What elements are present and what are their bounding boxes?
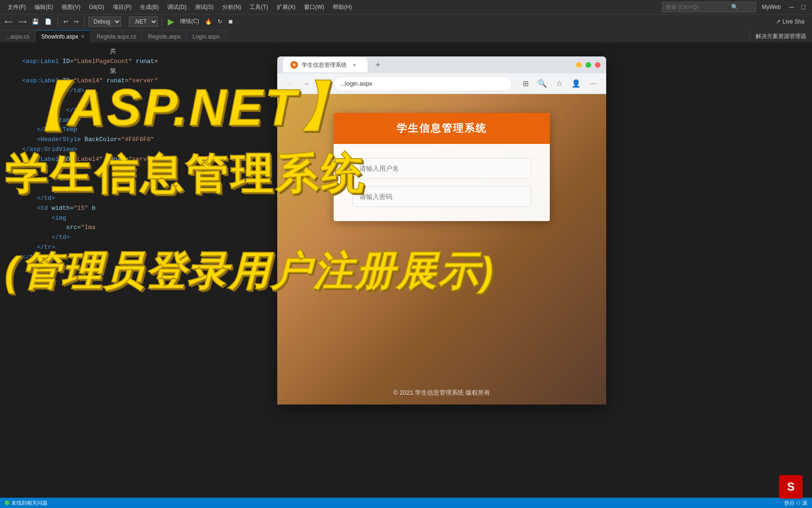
- copyright-text: © 2021 学生信息管理系统 版权所有: [393, 389, 490, 397]
- browser-tab-icon: 学: [290, 61, 298, 69]
- code-line: </td>: [8, 106, 273, 116]
- search-icon: 🔍: [731, 4, 738, 10]
- menu-tools[interactable]: 工具(T): [246, 2, 272, 12]
- browser-maximize-btn[interactable]: [586, 62, 591, 68]
- close-showinfo-icon[interactable]: ✕: [81, 34, 85, 39]
- split-source-btns: 拆分 ◇ 源: [784, 500, 807, 507]
- profile-btn[interactable]: 👤: [569, 76, 584, 91]
- code-line: </tr>: [8, 243, 273, 253]
- code-line: <asp:Label ID="LabelPageCount" runat=: [8, 57, 273, 67]
- browser-close-tab-btn[interactable]: ✕: [351, 61, 358, 69]
- solution-explorer-panel[interactable]: 解决方案资源管理器: [750, 30, 812, 42]
- code-line: [8, 165, 273, 175]
- continue-label[interactable]: 继续(C): [178, 16, 201, 26]
- toolbar-save2[interactable]: 📄: [43, 17, 54, 26]
- browser-win-controls: [576, 62, 601, 68]
- tab-aspx-cs-label: ...aspx.cs: [6, 33, 30, 40]
- tab-login[interactable]: Login.aspx: [187, 30, 226, 42]
- browser-tab-title: 学生信息管理系统: [302, 61, 347, 69]
- login-header: 学生信息管理系统: [334, 113, 550, 144]
- browser-navbar: ← → ↻ ...login.aspx ⊞ 🔍 ☆ 👤 ⋯: [277, 73, 606, 94]
- toolbar-back[interactable]: ⟵: [3, 17, 15, 26]
- menu-edit[interactable]: 编辑(E): [31, 2, 57, 12]
- toolbar-stop[interactable]: ⏹: [226, 17, 235, 26]
- tabs-bar: ...aspx.cs ShowInfo.aspx ✕ Registe.aspx.…: [0, 28, 812, 42]
- separator1: [57, 17, 58, 26]
- menu-window[interactable]: 窗口(W): [300, 2, 328, 12]
- back-button[interactable]: ←: [283, 77, 296, 90]
- toolbar-save[interactable]: 💾: [30, 17, 41, 26]
- code-line: </tr>: [8, 174, 273, 184]
- menu-analyze[interactable]: 分析(N): [219, 2, 245, 12]
- tab-showinfo[interactable]: ShowInfo.aspx ✕: [36, 30, 91, 42]
- share-icon: ↗: [776, 18, 781, 25]
- tab-registe-cs[interactable]: Registe.aspx.cs: [91, 30, 142, 42]
- tab-aspx-cs[interactable]: ...aspx.cs: [0, 30, 36, 42]
- reload-button[interactable]: ↻: [317, 77, 330, 90]
- tab-registe-label: Registe.aspx: [148, 33, 180, 40]
- bookmark-btn[interactable]: ☆: [552, 76, 567, 91]
- search-nav-btn[interactable]: 🔍: [535, 76, 550, 91]
- menu-help[interactable]: 帮助(H): [329, 2, 356, 12]
- menu-git[interactable]: Git(G): [85, 3, 108, 11]
- menu-build[interactable]: 生成(B): [136, 2, 163, 12]
- toolbar-forward[interactable]: ⟶: [16, 17, 28, 26]
- code-line: </tbody>: [8, 253, 273, 262]
- net-dropdown[interactable]: .NET: [129, 16, 158, 27]
- menu-extensions[interactable]: 扩展(X): [273, 2, 299, 12]
- browser-titlebar: 学 学生信息管理系统 ✕ +: [277, 56, 606, 73]
- toolbar-undo[interactable]: ↩: [62, 17, 70, 26]
- code-line: <asp:Label ID="Label4" runat="server": [8, 76, 273, 86]
- code-content: 共 <asp:Label ID="LabelPageCount" runat= …: [0, 42, 281, 267]
- separator: ◇: [796, 500, 800, 507]
- menu-file[interactable]: 文件(F): [4, 2, 30, 12]
- code-line: </td>: [8, 86, 273, 96]
- address-text: ...login.aspx: [340, 80, 372, 87]
- code-line: <a d: [8, 96, 273, 106]
- login-body: [334, 144, 550, 221]
- myweb-label: MyWeb: [762, 4, 781, 10]
- tab-showinfo-label: ShowInfo.aspx: [41, 33, 78, 40]
- code-editor: 共 <asp:Label ID="LabelPageCount" runat= …: [0, 42, 281, 508]
- code-line: </PagerTemp: [8, 125, 273, 135]
- password-input[interactable]: [352, 186, 531, 207]
- minimize-button[interactable]: ─: [787, 3, 797, 11]
- toolbar-refresh[interactable]: ↻: [216, 17, 224, 26]
- search-box[interactable]: 🔍: [662, 2, 756, 12]
- code-line: </asp:GridView>: [8, 145, 273, 155]
- debug-dropdown[interactable]: Debug: [88, 16, 121, 27]
- menu-debug[interactable]: 调试(D): [164, 2, 190, 12]
- live-share-btn[interactable]: ↗ Live Sha: [776, 18, 809, 25]
- watermark-logo: S: [779, 475, 803, 499]
- address-bar[interactable]: ...login.aspx: [334, 76, 512, 91]
- menu-view[interactable]: 视图(V): [58, 2, 84, 12]
- split-btn[interactable]: 拆分: [784, 500, 795, 507]
- toolbar-fire[interactable]: 🔥: [203, 17, 214, 26]
- toolbar-redo[interactable]: ↪: [72, 17, 80, 26]
- code-line: 共: [8, 47, 273, 57]
- code-line: </td>: [8, 233, 273, 243]
- code-line: </table>: [8, 116, 273, 126]
- window-controls: ─ □: [787, 3, 808, 11]
- browser-active-tab[interactable]: 学 学生信息管理系统 ✕: [283, 57, 367, 72]
- username-input[interactable]: [352, 158, 531, 179]
- run-button[interactable]: ▶: [166, 16, 176, 27]
- settings-btn[interactable]: ⋯: [586, 76, 601, 91]
- browser-minimize-btn[interactable]: [576, 62, 582, 68]
- tab-registe[interactable]: Registe.aspx: [142, 30, 187, 42]
- nav-icons: ⊞ 🔍 ☆ 👤 ⋯: [518, 76, 601, 91]
- menu-project[interactable]: 项目(P): [109, 2, 135, 12]
- code-line: <img: [8, 214, 273, 223]
- new-tab-button[interactable]: +: [371, 58, 384, 71]
- source-btn[interactable]: 源: [802, 500, 807, 507]
- grid-view-btn[interactable]: ⊞: [518, 76, 533, 91]
- menu-test[interactable]: 测试(S): [191, 2, 218, 12]
- search-input[interactable]: [665, 4, 731, 10]
- tab-registe-cs-label: Registe.aspx.cs: [96, 33, 136, 40]
- separator3: [162, 17, 162, 26]
- forward-button[interactable]: →: [300, 77, 313, 90]
- browser-close-win-btn[interactable]: [595, 62, 601, 68]
- status-bar: 未找到相关问题 拆分 ◇ 源: [0, 498, 812, 508]
- browser-content: 学生信息管理系统 © 2021 学生信息管理系统 版权所有: [277, 94, 606, 405]
- maximize-button[interactable]: □: [799, 3, 808, 11]
